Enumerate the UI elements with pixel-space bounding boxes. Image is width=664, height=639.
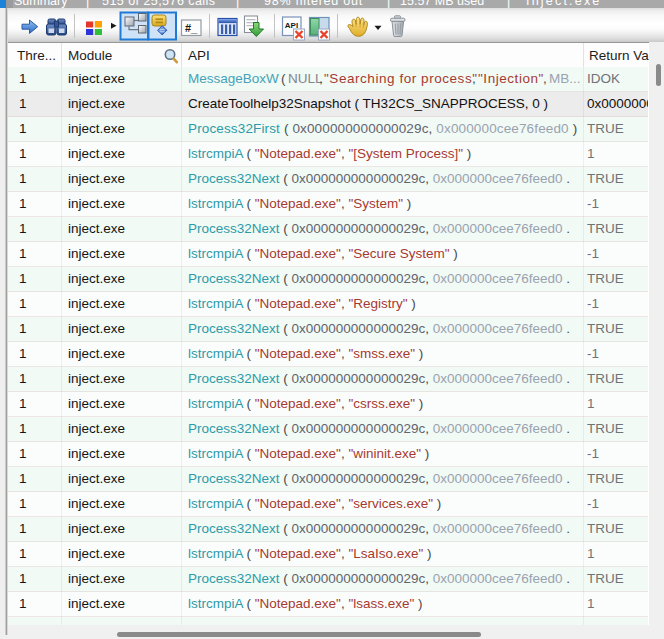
svg-text:#_: #_ <box>185 22 198 34</box>
svg-text:API: API <box>285 21 298 30</box>
